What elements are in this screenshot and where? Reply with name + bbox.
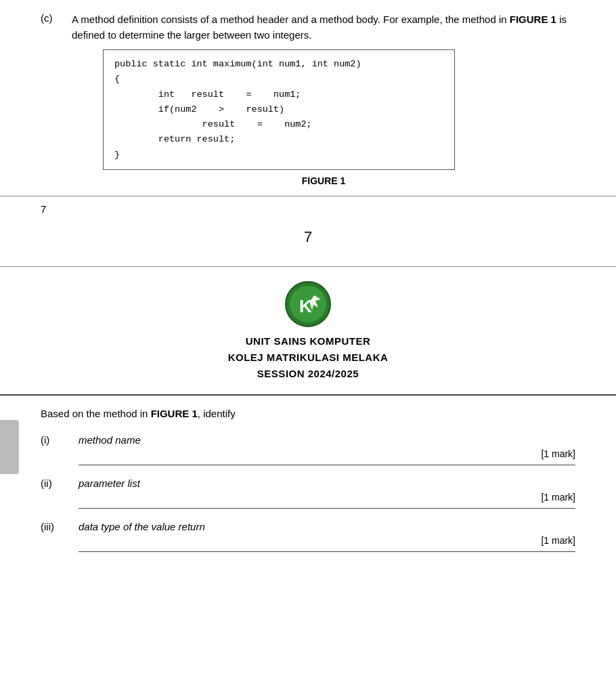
sub-label-iii: (iii)	[41, 521, 65, 532]
sub-question-ii-row: (ii) parameter list	[41, 478, 575, 489]
logo-text: UNIT SAINS KOMPUTER KOLEJ MATRIKULASI ME…	[0, 333, 616, 382]
mark-i: [1 mark]	[541, 448, 575, 459]
based-on-text: Based on the method in FIGURE 1, identif…	[41, 408, 575, 419]
code-line-3: int result = num1;	[114, 87, 443, 102]
mark-row-i: [1 mark]	[41, 448, 575, 459]
code-line-4: if(num2 > result)	[114, 102, 443, 117]
figure-label-top: FIGURE 1	[72, 175, 575, 186]
code-box: public static int maximum(int num1, int …	[103, 49, 455, 170]
answer-line-i	[79, 465, 575, 465]
based-on-pre: Based on the method in	[41, 408, 151, 419]
section-number-left: 7	[41, 203, 61, 215]
sub-text-iii: data type of the value return	[79, 521, 205, 532]
code-line-1: public static int maximum(int num1, int …	[114, 57, 443, 72]
logo-line2: KOLEJ MATRIKULASI MELAKA	[0, 350, 616, 366]
code-line-6: return result;	[114, 132, 443, 147]
sub-text-ii: parameter list	[79, 478, 140, 489]
top-section: (c) A method definition consists of a me…	[0, 0, 616, 186]
sub-question-iii-row: (iii) data type of the value return	[41, 521, 575, 532]
sub-question-i: (i) method name [1 mark]	[41, 434, 575, 465]
mark-row-ii: [1 mark]	[41, 492, 575, 503]
mark-row-iii: [1 mark]	[41, 535, 575, 546]
logo-line3: SESSION 2024/2025	[0, 366, 616, 382]
question-c-text-part1: A method definition consists of a method…	[72, 14, 510, 25]
logo-line1: UNIT SAINS KOMPUTER	[0, 333, 616, 350]
question-label-c: (c)	[41, 12, 60, 186]
sub-question-i-row: (i) method name	[41, 434, 575, 446]
page: (c) A method definition consists of a me…	[0, 0, 616, 699]
logo-section: K UNIT SAINS KOMPUTER KOLEJ MATRIKULASI …	[0, 267, 616, 394]
section-7-center: 7	[0, 215, 616, 266]
code-line-7: }	[114, 148, 443, 163]
grey-tab	[0, 420, 19, 474]
based-on-post: , identify	[198, 408, 236, 419]
question-c-text: A method definition consists of a method…	[72, 14, 567, 41]
code-line-2: {	[114, 72, 443, 87]
lower-section: Based on the method in FIGURE 1, identif…	[0, 396, 616, 552]
answer-line-iii	[79, 551, 575, 552]
question-c-figure-ref: FIGURE 1	[510, 14, 556, 25]
code-line-5: result = num2;	[114, 117, 443, 132]
question-c: (c) A method definition consists of a me…	[41, 12, 575, 186]
sub-question-ii: (ii) parameter list [1 mark]	[41, 478, 575, 509]
logo-icon: K	[284, 280, 332, 328]
sub-label-ii: (ii)	[41, 478, 65, 489]
svg-text:K: K	[299, 296, 312, 316]
answer-line-ii	[79, 508, 575, 509]
page-number: 7	[304, 228, 312, 245]
section-7-top: 7	[0, 196, 616, 215]
mark-iii: [1 mark]	[541, 535, 575, 546]
sub-question-iii: (iii) data type of the value return [1 m…	[41, 521, 575, 552]
based-on-figure-ref: FIGURE 1	[151, 408, 198, 419]
sub-text-i: method name	[79, 434, 141, 446]
mark-ii: [1 mark]	[541, 492, 575, 503]
question-c-body: A method definition consists of a method…	[72, 12, 575, 186]
sub-label-i: (i)	[41, 434, 65, 446]
